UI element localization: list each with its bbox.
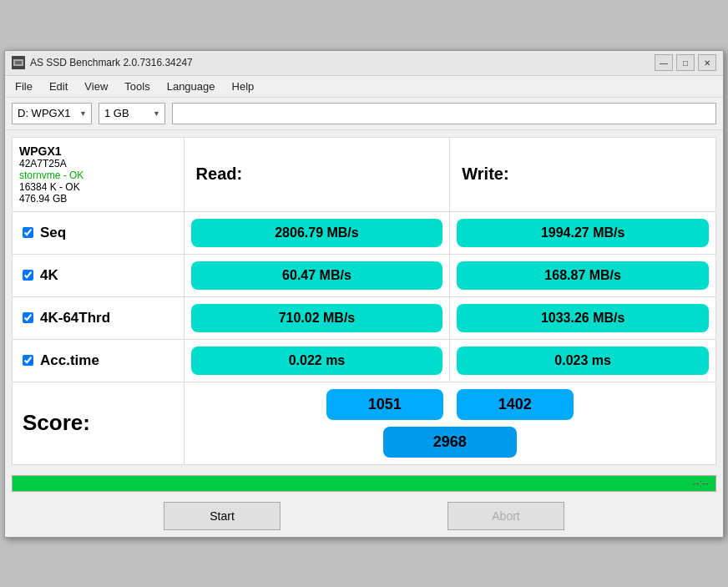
drive-size: 476.94 GB [19,193,177,205]
score-total-badge: 2968 [383,427,517,458]
4k-label: 4K [40,267,58,284]
maximize-button[interactable]: □ [676,54,695,71]
progress-time: --:-- [693,478,709,489]
score-label-cell: Score: [13,382,185,464]
benchmark-table: WPGX1 42A7T25A stornvme - OK 16384 K - O… [12,137,716,465]
table-row: Acc.time 0.022 ms 0.023 ms [13,339,716,382]
abort-button[interactable]: Abort [447,502,564,530]
write-header-cell: Write: [450,137,716,211]
drive-name: WPGX1 [19,144,177,158]
size-select[interactable]: 1 GB 2 GB 4 GB [99,103,165,124]
4k-read-badge: 60.47 MB/s [191,261,443,290]
title-bar: AS SSD Benchmark 2.0.7316.34247 — □ ✕ [5,51,723,76]
start-button[interactable]: Start [164,502,281,530]
acc-label-cell: Acc.time [13,339,185,382]
acc-write-badge: 0.023 ms [457,347,709,375]
menu-language[interactable]: Language [160,78,222,95]
4k-write-badge: 168.87 MB/s [457,261,709,290]
acc-read-badge: 0.022 ms [191,347,443,375]
menu-bar: File Edit View Tools Language Help [5,76,723,98]
drive-select-wrapper: D: WPGX1 [12,103,92,124]
4k-checkbox[interactable] [23,270,33,281]
window-title: AS SSD Benchmark 2.0.7316.34247 [30,57,193,68]
menu-view[interactable]: View [78,78,114,95]
search-input[interactable] [172,103,716,124]
4k64-write-badge: 1033.26 MB/s [457,304,709,332]
4k64-checkbox[interactable] [23,312,33,323]
progress-bar-container: --:-- [12,475,716,492]
score-row: Score: 1051 1402 2968 [13,382,716,464]
4k64-write-cell: 1033.26 MB/s [450,296,716,339]
seq-label-cell: Seq [13,211,185,254]
progress-bar-fill [13,476,715,491]
score-values-cell: 1051 1402 2968 [184,382,715,464]
drive-serial: 42A7T25A [19,158,177,170]
title-controls: — □ ✕ [655,54,716,71]
header-row: WPGX1 42A7T25A stornvme - OK 16384 K - O… [13,137,716,211]
score-label: Score: [23,410,90,435]
seq-read-badge: 2806.79 MB/s [191,219,443,247]
4k-label-cell: 4K [13,254,185,296]
seq-checkbox[interactable] [23,227,33,238]
minimize-button[interactable]: — [655,54,673,71]
seq-write-badge: 1994.27 MB/s [457,219,709,247]
progress-section: --:-- [5,472,723,495]
4k-write-cell: 168.87 MB/s [450,254,716,296]
read-header-cell: Read: [184,137,450,211]
4k64-label-cell: 4K-64Thrd [13,296,185,339]
seq-read-cell: 2806.79 MB/s [184,211,450,254]
4k64-label: 4K-64Thrd [40,310,110,326]
acc-checkbox[interactable] [23,355,33,366]
menu-tools[interactable]: Tools [118,78,156,95]
table-row: 4K-64Thrd 710.02 MB/s 1033.26 MB/s [13,296,716,339]
score-read-badge: 1051 [326,389,443,420]
acc-label: Acc.time [40,352,99,369]
acc-read-cell: 0.022 ms [184,339,450,382]
drive-info-cell: WPGX1 42A7T25A stornvme - OK 16384 K - O… [13,137,185,211]
4k-read-cell: 60.47 MB/s [184,254,450,296]
close-button[interactable]: ✕ [698,54,716,71]
button-row: Start Abort [5,495,723,537]
menu-edit[interactable]: Edit [43,78,74,95]
seq-write-cell: 1994.27 MB/s [450,211,716,254]
4k64-read-badge: 710.02 MB/s [191,304,443,332]
seq-label: Seq [40,225,66,241]
title-bar-left: AS SSD Benchmark 2.0.7316.34247 [12,56,193,69]
main-window: AS SSD Benchmark 2.0.7316.34247 — □ ✕ Fi… [4,50,724,538]
menu-help[interactable]: Help [225,78,261,95]
benchmark-section: WPGX1 42A7T25A stornvme - OK 16384 K - O… [5,130,723,472]
score-write-badge: 1402 [457,389,574,420]
app-icon [12,56,25,69]
menu-file[interactable]: File [8,78,39,95]
drive-select[interactable]: D: WPGX1 [12,103,92,124]
drive-driver: stornvme - OK [19,170,177,181]
write-header: Write: [462,164,508,183]
acc-write-cell: 0.023 ms [450,339,716,382]
toolbar: D: WPGX1 1 GB 2 GB 4 GB [5,98,723,130]
svg-rect-2 [15,61,22,64]
size-select-wrapper: 1 GB 2 GB 4 GB [99,103,165,124]
read-header: Read: [196,164,243,183]
4k64-read-cell: 710.02 MB/s [184,296,450,339]
table-row: 4K 60.47 MB/s 168.87 MB/s [13,254,716,296]
drive-block: 16384 K - OK [19,181,177,193]
table-row: Seq 2806.79 MB/s 1994.27 MB/s [13,211,716,254]
